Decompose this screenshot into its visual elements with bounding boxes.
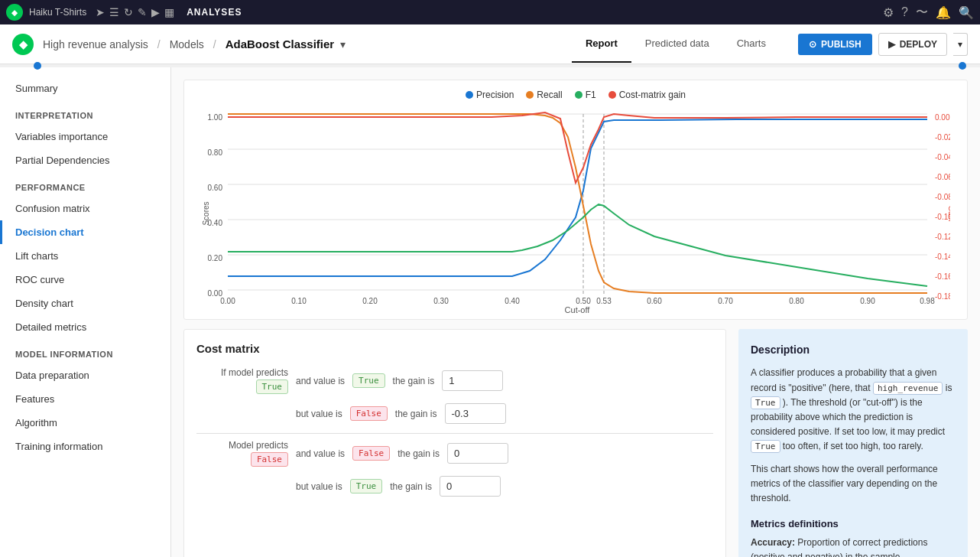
gain-input-3[interactable] (447, 443, 508, 464)
sidebar-item-partial[interactable]: Partial Dependencies (0, 148, 170, 172)
breadcrumb-sep-1: / (157, 38, 161, 50)
svg-text:-0.04: -0.04 (935, 153, 950, 161)
sidebar-item-lift[interactable]: Lift charts (0, 244, 170, 268)
app-name: Haiku T-Shirts (29, 7, 86, 18)
chart-svg: 1.00 0.80 0.60 0.40 0.20 0.00 0.00 -0.02… (201, 106, 950, 313)
svg-text:-0.18: -0.18 (935, 292, 950, 301)
topbar-icons: ➤ ☰ ↻ ✎ ▶ ▦ (96, 6, 174, 18)
svg-text:-0.02: -0.02 (935, 133, 950, 142)
matrix-row-4: but value is True the gain is (196, 476, 713, 497)
condition-but-1: but value is (296, 409, 342, 419)
tab-charts[interactable]: Charts (723, 25, 780, 63)
svg-text:0.20: 0.20 (362, 297, 378, 305)
model-false-badge: False (251, 452, 288, 467)
condition-but-2: but value is (296, 481, 342, 492)
gain-label-1: the gain is (393, 376, 435, 386)
svg-text:0.60: 0.60 (647, 297, 662, 305)
help-icon[interactable]: ? (901, 5, 908, 19)
gain-label-2: the gain is (395, 409, 437, 419)
svg-text:0.20: 0.20 (208, 254, 223, 262)
deploy-button[interactable]: ▶ DEPLOY (878, 33, 947, 56)
matrix-model-label-3: Model predicts False (196, 440, 288, 467)
gain-dot (608, 91, 616, 99)
search-icon[interactable]: 🔍 (959, 5, 974, 20)
gain-input-4[interactable] (440, 476, 501, 497)
matrix-row-3: Model predicts False and value is False … (196, 440, 713, 467)
value-false-badge-1: False (350, 406, 388, 421)
sidebar: Summary INTERPRETATION Variables importa… (0, 67, 171, 557)
sidebar-item-features[interactable]: Features (0, 387, 170, 411)
legend-f1: F1 (575, 90, 596, 100)
deploy-dropdown[interactable]: ▾ (953, 33, 968, 56)
model-true-badge: True (256, 379, 289, 394)
sidebar-item-detailed[interactable]: Detailed metrics (0, 315, 170, 339)
recall-label: Recall (537, 90, 562, 100)
svg-text:0.98: 0.98 (920, 297, 935, 305)
bell-icon[interactable]: 🔔 (936, 5, 951, 20)
sidebar-item-roc[interactable]: ROC curve (0, 268, 170, 292)
list-icon[interactable]: ☰ (109, 6, 119, 18)
topbar-logo: ◆ (6, 4, 23, 21)
f1-label: F1 (586, 90, 596, 100)
topbar-right: ⚙ ? 〜 🔔 🔍 (883, 5, 974, 21)
matrix-row-2: but value is False the gain is (196, 403, 713, 424)
f1-dot (575, 91, 582, 99)
svg-text:-0.12: -0.12 (935, 233, 950, 241)
svg-text:-0.08: -0.08 (935, 193, 950, 201)
sidebar-section-model-info: MODEL INFORMATION (0, 339, 170, 363)
svg-text:0.50: 0.50 (576, 297, 591, 305)
sidebar-item-confusion[interactable]: Confusion matrix (0, 197, 170, 220)
edit-icon[interactable]: ✎ (138, 6, 147, 18)
sidebar-item-variables[interactable]: Variables importance (0, 125, 170, 148)
breadcrumb-models[interactable]: Models (170, 38, 204, 50)
layout-icon[interactable]: ▦ (164, 6, 174, 18)
play-icon[interactable]: ▶ (151, 6, 160, 18)
sidebar-item-algorithm[interactable]: Algorithm (0, 411, 170, 435)
svg-text:Scores: Scores (202, 201, 210, 225)
activity-icon[interactable]: 〜 (916, 5, 928, 21)
svg-text:-0.16: -0.16 (935, 272, 950, 281)
svg-text:0.00: 0.00 (935, 113, 950, 122)
sidebar-section-performance: PERFORMANCE (0, 172, 170, 197)
breadcrumb-current: AdaBoost Classifier (226, 37, 335, 50)
sidebar-item-summary[interactable]: Summary (0, 77, 170, 100)
tab-predicted[interactable]: Predicted data (631, 25, 723, 63)
sidebar-item-data-prep[interactable]: Data preparation (0, 363, 170, 387)
breadcrumb-dropdown[interactable]: ▾ (340, 38, 346, 50)
description-title: Description (751, 341, 956, 358)
svg-text:0.40: 0.40 (505, 297, 520, 305)
svg-text:0.10: 0.10 (291, 297, 307, 305)
breadcrumb-sep-2: / (213, 38, 216, 50)
svg-text:0.80: 0.80 (789, 297, 804, 305)
gain-input-1[interactable] (442, 370, 503, 391)
sidebar-item-training[interactable]: Training information (0, 435, 170, 458)
nav-icon[interactable]: ➤ (96, 6, 105, 18)
svg-text:0.53: 0.53 (596, 297, 612, 305)
header-actions: ⊙ PUBLISH ▶ DEPLOY ▾ (798, 33, 968, 56)
sidebar-item-density[interactable]: Density chart (0, 292, 170, 315)
header-tabs: Report Predicted data Charts (572, 25, 780, 63)
svg-text:0.70: 0.70 (718, 297, 733, 305)
value-true-badge-1: True (352, 373, 385, 388)
breadcrumb-analysis[interactable]: High revenue analysis (43, 38, 148, 50)
code-true-1: True (751, 396, 780, 409)
accuracy-description: Accuracy: Proportion of correct predicti… (751, 536, 956, 557)
chart-area: Precision Recall F1 Cost-matrix gain 1.0… (183, 80, 968, 320)
header-logo: ◆ (12, 34, 34, 55)
publish-button[interactable]: ⊙ PUBLISH (798, 34, 872, 55)
svg-text:0.80: 0.80 (208, 148, 223, 157)
settings-icon[interactable]: ⚙ (883, 5, 894, 20)
description-panel: Description A classifier produces a prob… (738, 329, 968, 557)
condition-and-2: and value is (296, 448, 345, 459)
tab-report[interactable]: Report (572, 25, 631, 63)
progress-dot-right (959, 62, 966, 70)
refresh-icon[interactable]: ↻ (124, 6, 133, 18)
legend-recall: Recall (526, 90, 562, 100)
progress-dot-left (34, 62, 41, 70)
sidebar-item-decision[interactable]: Decision chart (0, 220, 170, 244)
layout: Summary INTERPRETATION Variables importa… (0, 67, 980, 557)
svg-text:Gain: Gain (947, 205, 950, 221)
code-high-revenue: high_revenue (873, 382, 943, 395)
gain-input-2[interactable] (445, 403, 506, 424)
chart-legend: Precision Recall F1 Cost-matrix gain (190, 90, 961, 100)
